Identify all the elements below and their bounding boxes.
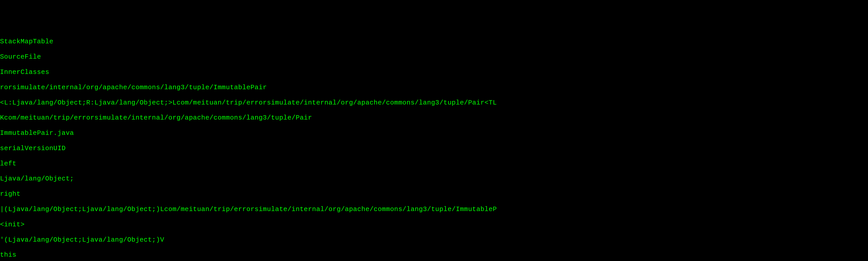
output-line: this [0, 251, 868, 259]
output-line: InnerClasses [0, 69, 868, 76]
output-line: serialVersionUID [0, 145, 868, 153]
output-line: '(Ljava/lang/Object;Ljava/lang/Object;)V [0, 236, 868, 244]
output-line: Kcom/meituan/trip/errorsimulate/internal… [0, 114, 868, 122]
output-line: right [0, 190, 868, 198]
output-line: <L:Ljava/lang/Object;R:Ljava/lang/Object… [0, 99, 868, 107]
output-line: left [0, 160, 868, 168]
output-line: StackMapTable [0, 38, 868, 45]
output-line: <init> [0, 221, 868, 229]
output-line: |(Ljava/lang/Object;Ljava/lang/Object;)L… [0, 206, 868, 213]
output-line: Ljava/lang/Object; [0, 175, 868, 183]
output-line: rorsimulate/internal/org/apache/commons/… [0, 84, 868, 92]
output-line: SourceFile [0, 53, 868, 61]
output-line: ImmutablePair.java [0, 129, 868, 137]
terminal-output: StackMapTable SourceFile InnerClasses ro… [0, 31, 868, 261]
